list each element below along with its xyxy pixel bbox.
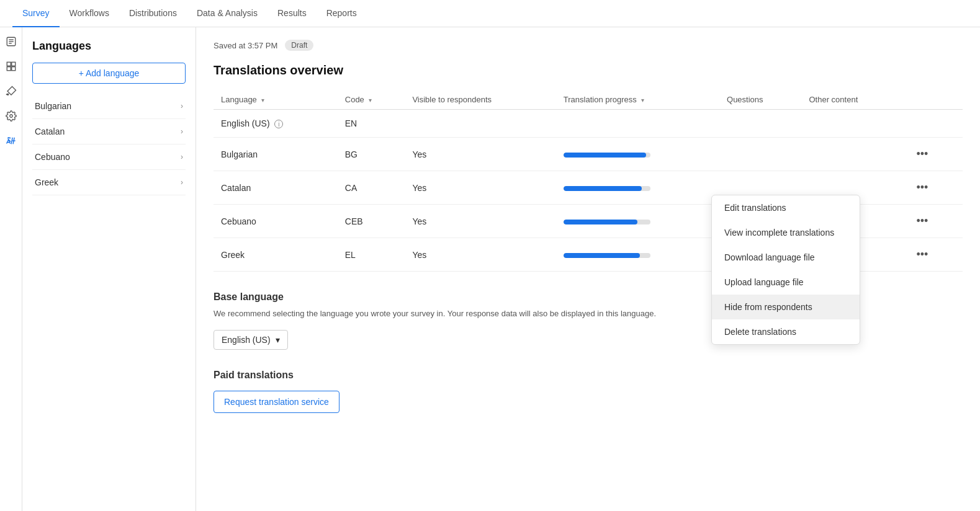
header-bar: Saved at 3:57 PM Draft bbox=[214, 40, 963, 51]
base-language-select[interactable]: English (US) ▾ bbox=[214, 330, 288, 350]
context-dropdown-menu: Edit translations View incomplete transl… bbox=[711, 195, 860, 345]
sort-icon: ▾ bbox=[261, 97, 264, 104]
tab-distributions[interactable]: Distributions bbox=[119, 0, 187, 27]
languages-panel: Languages + Add language Bulgarian › Cat… bbox=[22, 27, 196, 511]
info-icon[interactable]: i bbox=[274, 120, 283, 128]
progress-cell bbox=[556, 138, 719, 171]
row-actions-button[interactable]: ••• bbox=[911, 247, 933, 262]
lang-cell: Bulgarian bbox=[214, 138, 338, 171]
chevron-right-icon: › bbox=[181, 153, 183, 161]
add-language-button[interactable]: + Add language bbox=[32, 63, 186, 84]
translate-icon[interactable] bbox=[4, 134, 18, 148]
table-header-row: Language ▾ Code ▾ Visible to respondents… bbox=[214, 90, 963, 110]
tab-workflows[interactable]: Workflows bbox=[60, 0, 119, 27]
list-item[interactable]: Cebuano › bbox=[32, 144, 186, 170]
row-actions-button[interactable]: ••• bbox=[911, 146, 933, 162]
svg-rect-4 bbox=[7, 62, 11, 66]
lang-label: Greek bbox=[35, 177, 58, 187]
sort-icon: ▾ bbox=[369, 97, 372, 104]
icon-sidebar bbox=[0, 27, 22, 511]
code-cell: BG bbox=[338, 138, 405, 171]
visible-cell: Yes bbox=[405, 238, 555, 272]
menu-item-upload-language[interactable]: Upload language file bbox=[712, 270, 860, 295]
list-item[interactable]: Greek › bbox=[32, 170, 186, 195]
svg-rect-7 bbox=[11, 67, 15, 71]
visible-cell: Yes bbox=[405, 138, 555, 171]
actions-cell: ••• bbox=[904, 138, 963, 171]
visible-cell bbox=[405, 110, 555, 138]
lang-label: Catalan bbox=[35, 127, 65, 136]
survey-icon[interactable] bbox=[4, 35, 18, 48]
lang-cell: Catalan bbox=[214, 171, 338, 205]
col-language[interactable]: Language ▾ bbox=[214, 90, 338, 110]
progress-fill bbox=[564, 186, 642, 191]
chevron-down-icon: ▾ bbox=[276, 335, 280, 345]
actions-cell bbox=[904, 110, 963, 138]
chevron-right-icon: › bbox=[181, 127, 183, 136]
col-code[interactable]: Code ▾ bbox=[338, 90, 405, 110]
actions-cell: ••• bbox=[904, 238, 963, 272]
visible-cell: Yes bbox=[405, 171, 555, 205]
top-navigation: Survey Workflows Distributions Data & An… bbox=[0, 0, 980, 27]
other-content-cell bbox=[801, 138, 904, 171]
draft-badge: Draft bbox=[285, 40, 313, 51]
questions-cell bbox=[719, 110, 801, 138]
menu-item-download-language[interactable]: Download language file bbox=[712, 245, 860, 270]
tab-data-analysis[interactable]: Data & Analysis bbox=[187, 0, 267, 27]
menu-item-view-incomplete[interactable]: View incomplete translations bbox=[712, 220, 860, 245]
paid-translations-section: Paid translations Request translation se… bbox=[214, 370, 963, 413]
paid-translations-title: Paid translations bbox=[214, 370, 963, 381]
code-cell: CA bbox=[338, 171, 405, 205]
col-other-content: Other content bbox=[801, 90, 904, 110]
actions-cell: ••• bbox=[904, 205, 963, 238]
progress-bar bbox=[564, 186, 650, 191]
svg-rect-6 bbox=[7, 67, 11, 71]
visible-cell: Yes bbox=[405, 205, 555, 238]
menu-item-edit-translations[interactable]: Edit translations bbox=[712, 195, 860, 220]
paint-icon[interactable] bbox=[4, 84, 18, 98]
lang-cell: Cebuano bbox=[214, 205, 338, 238]
svg-point-8 bbox=[9, 115, 12, 118]
tab-survey[interactable]: Survey bbox=[12, 0, 60, 27]
request-translation-button[interactable]: Request translation service bbox=[214, 391, 339, 413]
content-area: Saved at 3:57 PM Draft Translations over… bbox=[196, 27, 980, 511]
progress-cell bbox=[556, 110, 719, 138]
progress-cell bbox=[556, 238, 719, 272]
tab-results[interactable]: Results bbox=[267, 0, 317, 27]
code-cell: CEB bbox=[338, 205, 405, 238]
main-layout: Languages + Add language Bulgarian › Cat… bbox=[0, 27, 980, 511]
tab-reports[interactable]: Reports bbox=[317, 0, 367, 27]
table-row: Bulgarian BG Yes ••• bbox=[214, 138, 963, 171]
svg-rect-5 bbox=[11, 62, 15, 66]
code-cell: EL bbox=[338, 238, 405, 272]
col-progress[interactable]: Translation progress ▾ bbox=[556, 90, 719, 110]
lang-label: Cebuano bbox=[35, 152, 70, 162]
menu-item-delete-translations[interactable]: Delete translations bbox=[712, 319, 860, 344]
progress-fill bbox=[564, 153, 646, 158]
progress-fill bbox=[564, 220, 637, 224]
section-title: Translations overview bbox=[214, 63, 963, 78]
row-actions-button[interactable]: ••• bbox=[911, 180, 933, 195]
lang-label: Bulgarian bbox=[35, 101, 71, 111]
chevron-right-icon: › bbox=[181, 102, 183, 110]
progress-bar bbox=[564, 220, 650, 224]
questions-cell bbox=[719, 138, 801, 171]
table-row: English (US) i EN bbox=[214, 110, 963, 138]
sort-icon: ▾ bbox=[641, 97, 644, 104]
code-cell: EN bbox=[338, 110, 405, 138]
progress-bar bbox=[564, 153, 650, 158]
progress-cell bbox=[556, 205, 719, 238]
layout-icon[interactable] bbox=[4, 60, 18, 73]
progress-cell bbox=[556, 171, 719, 205]
saved-text: Saved at 3:57 PM bbox=[214, 41, 277, 50]
other-content-cell bbox=[801, 110, 904, 138]
row-actions-button[interactable]: ••• bbox=[911, 213, 933, 229]
progress-bar bbox=[564, 253, 650, 258]
menu-item-hide-respondents[interactable]: Hide from respondents bbox=[712, 295, 860, 319]
list-item[interactable]: Bulgarian › bbox=[32, 94, 186, 119]
languages-title: Languages bbox=[32, 40, 186, 53]
gear-icon[interactable] bbox=[4, 109, 18, 123]
col-questions: Questions bbox=[719, 90, 801, 110]
list-item[interactable]: Catalan › bbox=[32, 119, 186, 144]
base-language-value: English (US) bbox=[222, 335, 271, 345]
